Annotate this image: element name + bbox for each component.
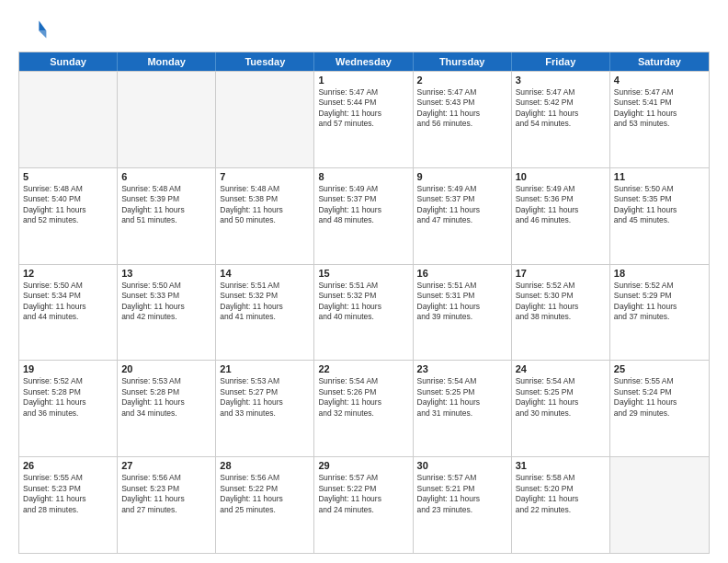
week-row-0: 1Sunrise: 5:47 AM Sunset: 5:44 PM Daylig… <box>19 71 709 167</box>
cal-cell: 16Sunrise: 5:51 AM Sunset: 5:31 PM Dayli… <box>414 265 512 361</box>
cell-info: Sunrise: 5:54 AM Sunset: 5:26 PM Dayligh… <box>318 376 408 419</box>
cal-cell: 26Sunrise: 5:55 AM Sunset: 5:23 PM Dayli… <box>19 457 118 553</box>
cal-cell: 9Sunrise: 5:49 AM Sunset: 5:37 PM Daylig… <box>414 168 512 264</box>
cell-info: Sunrise: 5:55 AM Sunset: 5:23 PM Dayligh… <box>23 473 113 515</box>
week-row-1: 5Sunrise: 5:48 AM Sunset: 5:40 PM Daylig… <box>19 167 709 264</box>
cell-info: Sunrise: 5:49 AM Sunset: 5:36 PM Dayligh… <box>516 184 606 226</box>
day-number: 10 <box>516 171 606 182</box>
cell-info: Sunrise: 5:55 AM Sunset: 5:24 PM Dayligh… <box>614 376 705 419</box>
cell-info: Sunrise: 5:47 AM Sunset: 5:42 PM Dayligh… <box>516 87 606 130</box>
day-number: 6 <box>121 171 211 182</box>
cell-info: Sunrise: 5:49 AM Sunset: 5:37 PM Dayligh… <box>417 184 507 226</box>
cal-cell: 20Sunrise: 5:53 AM Sunset: 5:28 PM Dayli… <box>118 361 216 456</box>
day-number: 27 <box>121 460 211 471</box>
cell-info: Sunrise: 5:53 AM Sunset: 5:27 PM Dayligh… <box>220 376 310 419</box>
cell-info: Sunrise: 5:48 AM Sunset: 5:38 PM Dayligh… <box>220 184 310 226</box>
day-number: 24 <box>516 363 606 374</box>
cell-info: Sunrise: 5:52 AM Sunset: 5:28 PM Dayligh… <box>23 376 113 419</box>
cal-cell: 7Sunrise: 5:48 AM Sunset: 5:38 PM Daylig… <box>216 168 314 264</box>
cal-cell: 29Sunrise: 5:57 AM Sunset: 5:22 PM Dayli… <box>314 457 413 553</box>
day-number: 18 <box>614 268 705 279</box>
cal-cell: 12Sunrise: 5:50 AM Sunset: 5:34 PM Dayli… <box>19 265 118 361</box>
cal-cell: 10Sunrise: 5:49 AM Sunset: 5:36 PM Dayli… <box>512 168 610 264</box>
day-number: 7 <box>220 171 310 182</box>
cell-info: Sunrise: 5:58 AM Sunset: 5:20 PM Dayligh… <box>516 473 606 515</box>
day-number: 26 <box>23 460 113 471</box>
week-row-2: 12Sunrise: 5:50 AM Sunset: 5:34 PM Dayli… <box>19 264 709 361</box>
cal-cell: 18Sunrise: 5:52 AM Sunset: 5:29 PM Dayli… <box>610 265 709 361</box>
day-number: 29 <box>318 460 408 471</box>
header-day-wednesday: Wednesday <box>314 52 413 71</box>
day-number: 14 <box>220 268 310 279</box>
cell-info: Sunrise: 5:51 AM Sunset: 5:31 PM Dayligh… <box>417 281 507 323</box>
header-day-sunday: Sunday <box>19 52 118 71</box>
cal-cell: 1Sunrise: 5:47 AM Sunset: 5:44 PM Daylig… <box>314 72 413 167</box>
cal-cell <box>118 72 216 167</box>
cal-cell: 5Sunrise: 5:48 AM Sunset: 5:40 PM Daylig… <box>19 168 118 264</box>
svg-marker-1 <box>39 31 46 39</box>
day-number: 4 <box>614 75 705 86</box>
cal-cell: 25Sunrise: 5:55 AM Sunset: 5:24 PM Dayli… <box>610 361 709 456</box>
day-number: 17 <box>516 268 606 279</box>
calendar-body: 1Sunrise: 5:47 AM Sunset: 5:44 PM Daylig… <box>19 71 709 553</box>
cal-cell: 23Sunrise: 5:54 AM Sunset: 5:25 PM Dayli… <box>414 361 512 456</box>
day-number: 8 <box>318 171 408 182</box>
cell-info: Sunrise: 5:49 AM Sunset: 5:37 PM Dayligh… <box>318 184 408 226</box>
cell-info: Sunrise: 5:47 AM Sunset: 5:41 PM Dayligh… <box>614 87 705 130</box>
header-day-saturday: Saturday <box>610 52 709 71</box>
day-number: 23 <box>417 363 507 374</box>
day-number: 9 <box>417 171 507 182</box>
cal-cell: 3Sunrise: 5:47 AM Sunset: 5:42 PM Daylig… <box>512 72 610 167</box>
day-number: 2 <box>417 75 507 86</box>
day-number: 20 <box>121 363 211 374</box>
cal-cell: 21Sunrise: 5:53 AM Sunset: 5:27 PM Dayli… <box>216 361 314 456</box>
cell-info: Sunrise: 5:47 AM Sunset: 5:44 PM Dayligh… <box>318 87 408 130</box>
week-row-3: 19Sunrise: 5:52 AM Sunset: 5:28 PM Dayli… <box>19 360 709 456</box>
day-number: 25 <box>614 363 705 374</box>
header-day-monday: Monday <box>118 52 216 71</box>
logo-icon <box>18 15 48 44</box>
header <box>18 15 710 44</box>
cell-info: Sunrise: 5:47 AM Sunset: 5:43 PM Dayligh… <box>417 87 507 130</box>
cal-cell: 4Sunrise: 5:47 AM Sunset: 5:41 PM Daylig… <box>610 72 709 167</box>
cell-info: Sunrise: 5:50 AM Sunset: 5:34 PM Dayligh… <box>23 281 113 323</box>
cell-info: Sunrise: 5:50 AM Sunset: 5:35 PM Dayligh… <box>614 184 705 226</box>
day-number: 19 <box>23 363 113 374</box>
day-number: 21 <box>220 363 310 374</box>
cell-info: Sunrise: 5:48 AM Sunset: 5:40 PM Dayligh… <box>23 184 113 226</box>
cal-cell: 27Sunrise: 5:56 AM Sunset: 5:23 PM Dayli… <box>118 457 216 553</box>
calendar-header: SundayMondayTuesdayWednesdayThursdayFrid… <box>19 52 709 71</box>
cal-cell <box>216 72 314 167</box>
logo <box>18 15 51 44</box>
week-row-4: 26Sunrise: 5:55 AM Sunset: 5:23 PM Dayli… <box>19 456 709 553</box>
cell-info: Sunrise: 5:51 AM Sunset: 5:32 PM Dayligh… <box>318 281 408 323</box>
day-number: 3 <box>516 75 606 86</box>
cal-cell: 24Sunrise: 5:54 AM Sunset: 5:25 PM Dayli… <box>512 361 610 456</box>
cell-info: Sunrise: 5:51 AM Sunset: 5:32 PM Dayligh… <box>220 281 310 323</box>
cal-cell <box>19 72 118 167</box>
cell-info: Sunrise: 5:52 AM Sunset: 5:30 PM Dayligh… <box>516 281 606 323</box>
day-number: 22 <box>318 363 408 374</box>
cal-cell: 6Sunrise: 5:48 AM Sunset: 5:39 PM Daylig… <box>118 168 216 264</box>
header-day-tuesday: Tuesday <box>216 52 314 71</box>
day-number: 28 <box>220 460 310 471</box>
cal-cell <box>610 457 709 553</box>
cal-cell: 31Sunrise: 5:58 AM Sunset: 5:20 PM Dayli… <box>512 457 610 553</box>
cal-cell: 15Sunrise: 5:51 AM Sunset: 5:32 PM Dayli… <box>314 265 413 361</box>
cell-info: Sunrise: 5:52 AM Sunset: 5:29 PM Dayligh… <box>614 281 705 323</box>
calendar: SundayMondayTuesdayWednesdayThursdayFrid… <box>18 52 710 554</box>
cell-info: Sunrise: 5:56 AM Sunset: 5:23 PM Dayligh… <box>121 473 211 515</box>
day-number: 5 <box>23 171 113 182</box>
header-day-thursday: Thursday <box>414 52 512 71</box>
cell-info: Sunrise: 5:54 AM Sunset: 5:25 PM Dayligh… <box>417 376 507 419</box>
cell-info: Sunrise: 5:50 AM Sunset: 5:33 PM Dayligh… <box>121 281 211 323</box>
svg-marker-0 <box>39 20 46 30</box>
cell-info: Sunrise: 5:54 AM Sunset: 5:25 PM Dayligh… <box>516 376 606 419</box>
day-number: 16 <box>417 268 507 279</box>
cal-cell: 19Sunrise: 5:52 AM Sunset: 5:28 PM Dayli… <box>19 361 118 456</box>
cal-cell: 22Sunrise: 5:54 AM Sunset: 5:26 PM Dayli… <box>314 361 413 456</box>
day-number: 15 <box>318 268 408 279</box>
cell-info: Sunrise: 5:57 AM Sunset: 5:22 PM Dayligh… <box>318 473 408 515</box>
cal-cell: 2Sunrise: 5:47 AM Sunset: 5:43 PM Daylig… <box>414 72 512 167</box>
cal-cell: 11Sunrise: 5:50 AM Sunset: 5:35 PM Dayli… <box>610 168 709 264</box>
